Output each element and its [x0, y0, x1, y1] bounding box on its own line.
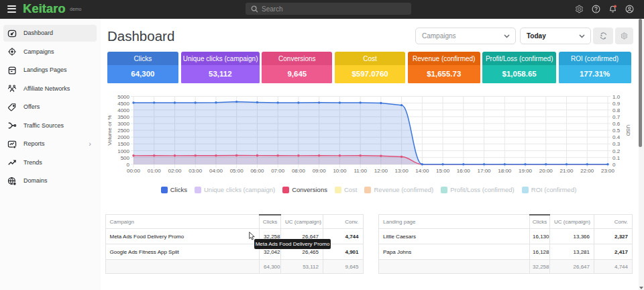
svg-text:5000: 5000 [117, 94, 129, 100]
svg-text:1.0: 1.0 [612, 94, 621, 100]
svg-text:01:00: 01:00 [148, 168, 162, 174]
svg-text:18:00: 18:00 [498, 168, 512, 174]
svg-text:0.1: 0.1 [612, 155, 621, 161]
svg-text:02:00: 02:00 [168, 168, 182, 174]
svg-text:06:00: 06:00 [250, 168, 264, 174]
svg-text:12:00: 12:00 [374, 168, 388, 174]
svg-text:3500: 3500 [117, 114, 129, 120]
svg-text:0.3: 0.3 [612, 141, 621, 147]
svg-text:07:00: 07:00 [271, 168, 285, 174]
svg-text:0.5: 0.5 [612, 128, 621, 134]
svg-text:17:00: 17:00 [478, 168, 492, 174]
svg-text:1000: 1000 [117, 148, 129, 154]
svg-text:2000: 2000 [117, 134, 129, 140]
svg-text:13:00: 13:00 [395, 168, 409, 174]
svg-text:0: 0 [612, 162, 616, 168]
svg-text:0.6: 0.6 [612, 121, 621, 127]
svg-text:14:00: 14:00 [415, 168, 429, 174]
svg-text:00:00: 00:00 [127, 168, 141, 174]
svg-text:20:00: 20:00 [539, 168, 553, 174]
svg-text:11:00: 11:00 [354, 168, 367, 174]
svg-text:0: 0 [127, 162, 130, 168]
svg-text:21:00: 21:00 [560, 168, 574, 174]
svg-text:04:00: 04:00 [209, 168, 223, 174]
svg-text:3000: 3000 [117, 121, 129, 127]
svg-text:4500: 4500 [117, 101, 129, 107]
svg-text:0.9: 0.9 [612, 101, 621, 107]
svg-text:0.2: 0.2 [612, 148, 621, 154]
svg-text:15:00: 15:00 [436, 168, 450, 174]
svg-text:0.4: 0.4 [612, 134, 621, 140]
svg-text:Volume or %: Volume or % [107, 115, 113, 145]
svg-text:500: 500 [121, 155, 130, 161]
svg-text:2500: 2500 [117, 128, 129, 134]
svg-text:0.7: 0.7 [612, 114, 621, 120]
svg-text:0.8: 0.8 [612, 107, 621, 113]
svg-text:10:00: 10:00 [333, 168, 347, 174]
svg-text:USD: USD [625, 125, 631, 136]
svg-text:05:00: 05:00 [230, 168, 244, 174]
svg-text:19:00: 19:00 [519, 168, 533, 174]
svg-text:1500: 1500 [117, 141, 129, 147]
svg-text:22:00: 22:00 [580, 168, 594, 174]
svg-text:09:00: 09:00 [313, 168, 327, 174]
svg-text:03:00: 03:00 [189, 168, 203, 174]
svg-text:23:00: 23:00 [601, 168, 615, 174]
svg-text:16:00: 16:00 [457, 168, 471, 174]
svg-text:08:00: 08:00 [292, 168, 306, 174]
svg-text:4000: 4000 [117, 107, 129, 113]
